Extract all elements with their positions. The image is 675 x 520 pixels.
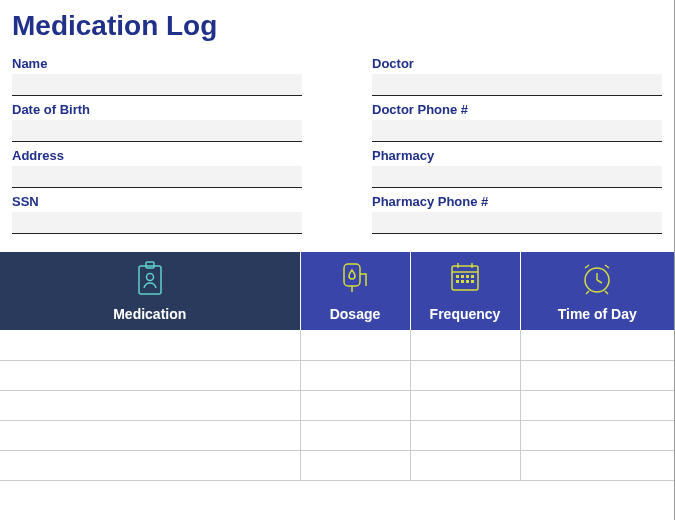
doctor-phone-input[interactable] [372,120,662,142]
cell-dosage[interactable] [300,420,410,450]
svg-rect-3 [344,264,360,286]
ssn-input[interactable] [12,212,302,234]
table-row [0,450,674,480]
pharmacy-phone-input[interactable] [372,212,662,234]
field-dob: Date of Birth [12,102,302,142]
cell-medication[interactable] [0,330,300,360]
table-row [0,330,674,360]
cell-time-of-day[interactable] [520,390,674,420]
doctor-input[interactable] [372,74,662,96]
alarm-clock-icon [579,260,615,299]
svg-rect-10 [466,275,469,278]
info-column-right: Doctor Doctor Phone # Pharmacy Pharmacy … [372,56,662,240]
field-label: Doctor [372,56,662,71]
field-doctor-phone: Doctor Phone # [372,102,662,142]
cell-time-of-day[interactable] [520,450,674,480]
table-row [0,420,674,450]
svg-line-20 [605,291,608,294]
column-header-dosage: Dosage [300,252,410,330]
table-row [0,390,674,420]
address-input[interactable] [12,166,302,188]
page-title: Medication Log [12,10,662,42]
field-doctor: Doctor [372,56,662,96]
svg-rect-11 [471,275,474,278]
patient-info-grid: Name Date of Birth Address SSN Doctor [12,56,662,240]
svg-line-18 [597,280,602,283]
calendar-icon [448,260,482,297]
cell-frequency[interactable] [410,330,520,360]
field-address: Address [12,148,302,188]
cell-dosage[interactable] [300,390,410,420]
cell-time-of-day[interactable] [520,420,674,450]
dob-input[interactable] [12,120,302,142]
svg-rect-14 [466,280,469,283]
svg-line-19 [586,291,589,294]
field-pharmacy-phone: Pharmacy Phone # [372,194,662,234]
medication-table: Medication Dosage [0,252,674,481]
table-row [0,360,674,390]
svg-rect-4 [452,266,478,290]
field-label: Name [12,56,302,71]
info-column-left: Name Date of Birth Address SSN [12,56,302,240]
svg-rect-13 [461,280,464,283]
cell-dosage[interactable] [300,360,410,390]
cell-medication[interactable] [0,360,300,390]
svg-rect-1 [146,262,154,268]
field-name: Name [12,56,302,96]
pharmacy-input[interactable] [372,166,662,188]
field-label: Date of Birth [12,102,302,117]
cell-dosage[interactable] [300,330,410,360]
cell-frequency[interactable] [410,450,520,480]
field-label: Pharmacy [372,148,662,163]
name-input[interactable] [12,74,302,96]
column-label: Frequency [430,306,501,322]
cell-medication[interactable] [0,450,300,480]
column-label: Medication [113,306,186,322]
column-header-frequency: Frequency [410,252,520,330]
svg-rect-9 [461,275,464,278]
svg-rect-15 [471,280,474,283]
id-badge-icon [135,260,165,299]
table-body [0,330,674,480]
field-label: SSN [12,194,302,209]
field-pharmacy: Pharmacy [372,148,662,188]
field-ssn: SSN [12,194,302,234]
svg-rect-8 [456,275,459,278]
field-label: Address [12,148,302,163]
cell-medication[interactable] [0,420,300,450]
cell-dosage[interactable] [300,450,410,480]
field-label: Pharmacy Phone # [372,194,662,209]
column-header-time-of-day: Time of Day [520,252,674,330]
cell-frequency[interactable] [410,360,520,390]
column-label: Dosage [330,306,381,322]
svg-point-2 [146,274,153,281]
cell-medication[interactable] [0,390,300,420]
cell-frequency[interactable] [410,390,520,420]
column-header-medication: Medication [0,252,300,330]
cell-time-of-day[interactable] [520,330,674,360]
column-label: Time of Day [558,306,637,322]
field-label: Doctor Phone # [372,102,662,117]
iv-bag-icon [338,260,372,299]
cell-time-of-day[interactable] [520,360,674,390]
medication-log-page: Medication Log Name Date of Birth Addres… [0,0,675,520]
svg-rect-12 [456,280,459,283]
cell-frequency[interactable] [410,420,520,450]
